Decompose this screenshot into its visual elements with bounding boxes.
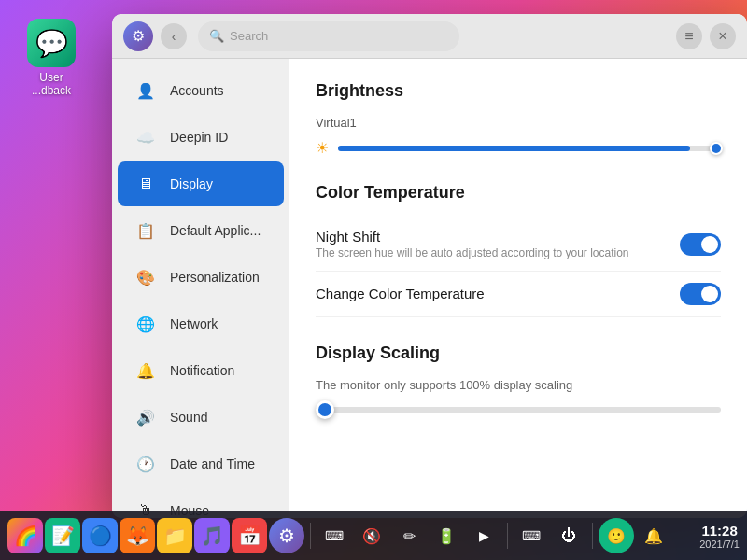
taskbar-icon-notes[interactable]: 📝 [45, 518, 80, 553]
taskbar-icon-battery[interactable]: 🔋 [429, 518, 464, 553]
sidebar-item-label: Notification [170, 363, 234, 378]
sidebar-item-display[interactable]: 🖥 Display [118, 161, 284, 206]
taskbar-icon-calendar[interactable]: 📅 [232, 518, 267, 553]
taskbar-icon-keyboard2[interactable]: ⌨ [514, 518, 549, 553]
clock-date: 2021/7/1 [699, 539, 740, 550]
sidebar-item-label: Sound [170, 410, 207, 425]
display-icon: 🖥 [133, 171, 159, 197]
sidebar-item-label: Network [170, 316, 218, 331]
taskbar-separator-2 [507, 523, 508, 549]
taskbar-separator-1 [310, 523, 311, 549]
brightness-icon: ☀ [316, 139, 329, 157]
titlebar-search[interactable]: 🔍 Search [198, 21, 459, 51]
sidebar-item-notification[interactable]: 🔔 Notification [118, 348, 284, 393]
titlebar-actions: ≡ × [676, 23, 736, 49]
settings-window: ⚙ ‹ 🔍 Search ≡ × 👤 Accounts ☁️ Deepin ID… [112, 14, 747, 518]
change-color-temp-row: Change Color Temperature [316, 272, 721, 317]
taskbar-icon-color[interactable]: 🌈 [7, 518, 43, 553]
color-temp-title: Color Temperature [316, 183, 721, 203]
network-icon: 🌐 [133, 311, 159, 337]
sidebar-item-sound[interactable]: 🔊 Sound [118, 395, 284, 440]
scaling-slider-container [316, 407, 721, 413]
titlebar: ⚙ ‹ 🔍 Search ≡ × [112, 14, 747, 59]
search-icon: 🔍 [209, 29, 224, 43]
display-scaling-title: Display Scaling [316, 343, 721, 363]
desktop-icon-label: User ...dback [32, 71, 71, 97]
sidebar-item-personalization[interactable]: 🎨 Personalization [118, 255, 284, 300]
taskbar-icon-avatar[interactable]: 🙂 [599, 518, 634, 553]
taskbar-icon-browser[interactable]: 🔵 [82, 518, 118, 553]
scaling-description: The monitor only supports 100% display s… [316, 378, 721, 392]
titlebar-logo: ⚙ [123, 21, 153, 51]
sidebar-item-label: Personalization [170, 270, 260, 285]
desktop-icon-image: 💬 [27, 19, 76, 67]
sidebar-item-label: Date and Time [170, 456, 255, 471]
display-scaling-section: Display Scaling The monitor only support… [316, 343, 721, 413]
deepin-id-icon: ☁️ [133, 124, 159, 150]
change-color-temp-label: Change Color Temperature [316, 286, 485, 301]
brightness-section: Brightness Virtual1 ☀ [316, 81, 721, 157]
brightness-slider[interactable] [338, 146, 721, 151]
scaling-thumb[interactable] [316, 400, 334, 419]
night-shift-description: The screen hue will be auto adjusted acc… [316, 246, 629, 259]
taskbar-icon-notification[interactable]: 🔔 [636, 518, 671, 553]
date-time-icon: 🕐 [133, 451, 159, 477]
scaling-slider-track[interactable] [316, 407, 721, 413]
night-shift-content: Night Shift The screen hue will be auto … [316, 229, 629, 259]
window-body: 👤 Accounts ☁️ Deepin ID 🖥 Display 📋 Defa… [112, 59, 747, 518]
night-shift-row: Night Shift The screen hue will be auto … [316, 217, 721, 272]
sound-icon: 🔊 [133, 404, 159, 430]
brightness-thumb[interactable] [710, 142, 723, 155]
sidebar-item-label: Accounts [170, 83, 224, 98]
taskbar-icon-power[interactable]: ⏻ [551, 518, 586, 553]
sidebar-item-label: Default Applic... [170, 223, 261, 238]
personalization-icon: 🎨 [133, 264, 159, 290]
taskbar-icon-play[interactable]: ▶ [466, 518, 501, 553]
color-temperature-section: Color Temperature Night Shift The screen… [316, 183, 721, 317]
titlebar-close-button[interactable]: × [710, 23, 736, 49]
taskbar-icon-files[interactable]: 📁 [157, 518, 192, 553]
taskbar-icon-keyboard[interactable]: ⌨ [317, 518, 352, 553]
sidebar-item-network[interactable]: 🌐 Network [118, 301, 284, 346]
taskbar-icon-music[interactable]: 🎵 [194, 518, 230, 553]
night-shift-label: Night Shift [316, 229, 629, 245]
taskbar-icon-pen[interactable]: ✏ [391, 518, 427, 553]
default-apps-icon: 📋 [133, 217, 159, 244]
taskbar-icon-volume[interactable]: 🔇 [354, 518, 389, 553]
taskbar: 🌈 📝 🔵 🦊 📁 🎵 📅 ⚙ ⌨ 🔇 ✏ 🔋 ▶ ⌨ ⏻ 🙂 🔔 11:28 … [0, 511, 747, 560]
brightness-title: Brightness [316, 81, 721, 101]
notification-icon: 🔔 [133, 357, 159, 384]
main-content: Brightness Virtual1 ☀ Color Temperature … [289, 59, 747, 518]
accounts-icon: 👤 [133, 77, 159, 104]
taskbar-icon-firefox[interactable]: 🦊 [120, 518, 155, 553]
sidebar-item-label: Deepin ID [170, 130, 228, 145]
clock-time: 11:28 [699, 523, 740, 539]
monitor-label: Virtual1 [316, 116, 721, 130]
sidebar: 👤 Accounts ☁️ Deepin ID 🖥 Display 📋 Defa… [112, 59, 289, 518]
change-color-temp-content: Change Color Temperature [316, 286, 485, 303]
titlebar-back-button[interactable]: ‹ [161, 23, 187, 49]
taskbar-separator-3 [592, 523, 593, 549]
sidebar-item-deepin-id[interactable]: ☁️ Deepin ID [118, 115, 284, 160]
taskbar-icon-settings[interactable]: ⚙ [269, 518, 304, 553]
titlebar-menu-button[interactable]: ≡ [676, 23, 702, 49]
brightness-row: ☀ [316, 139, 721, 157]
change-color-temp-toggle[interactable] [680, 283, 721, 305]
sidebar-item-label: Display [170, 176, 213, 191]
desktop-icon-user[interactable]: 💬 User ...dback [19, 19, 84, 97]
taskbar-clock[interactable]: 11:28 2021/7/1 [699, 523, 740, 550]
search-placeholder: Search [230, 29, 268, 43]
brightness-fill [338, 146, 690, 151]
sidebar-item-default-apps[interactable]: 📋 Default Applic... [118, 208, 284, 253]
sidebar-item-date-time[interactable]: 🕐 Date and Time [118, 441, 284, 486]
night-shift-toggle[interactable] [680, 233, 721, 256]
sidebar-item-accounts[interactable]: 👤 Accounts [118, 68, 284, 113]
